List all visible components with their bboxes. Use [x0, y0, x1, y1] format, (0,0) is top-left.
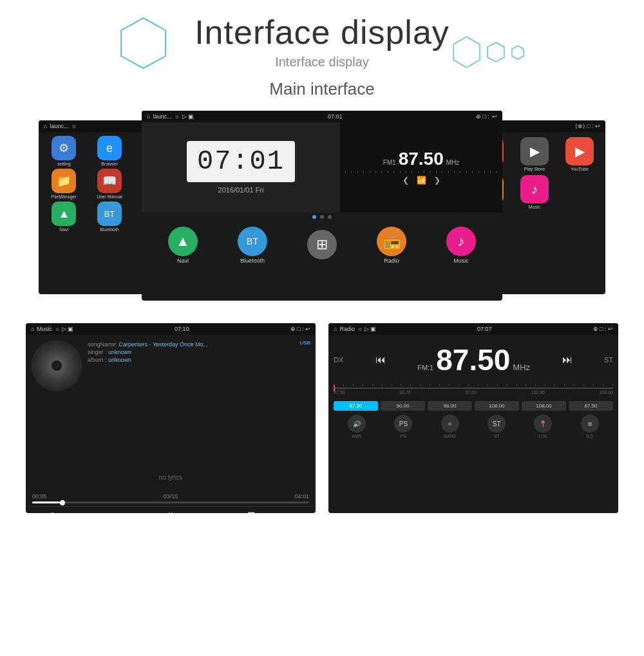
radio-main-display: DX ⏮ FM:1 87.50 MHz ⏭ ST: [334, 340, 613, 380]
radio-next-center[interactable]: ❯: [434, 176, 440, 185]
radio-scale: 87.50 92.70 97.80 102.90 108.00: [334, 384, 613, 395]
loc-control[interactable]: 📍 LOC: [534, 415, 552, 438]
preset-6[interactable]: 87.50: [569, 401, 613, 411]
music-panel: ⌂ Music ☼ ▷ ▣ 07:10 ⊕ □ : ↩ USB: [26, 323, 316, 513]
eq-icon: ≋: [581, 415, 599, 433]
svg-marker-2: [488, 42, 504, 62]
browser-icon: e: [97, 136, 122, 160]
brightness-icon-center: ☼: [174, 113, 179, 120]
bottom-app-apps[interactable]: ⊞: [307, 230, 337, 261]
radio-icon-bottom: 📻: [377, 227, 406, 256]
bottom-app-music[interactable]: ♪ Music: [446, 227, 476, 264]
music-status-bar: ⌂ Music ☼ ▷ ▣ 07:10 ⊕ □ : ↩: [26, 323, 316, 335]
app-name-center: launc...: [153, 113, 171, 120]
dx-label: DX: [334, 356, 343, 364]
ams-icon: 🔊: [348, 415, 366, 433]
bottom-panels: ⌂ Music ☼ ▷ ▣ 07:10 ⊕ □ : ↩ USB: [0, 317, 644, 520]
radio-signal-icon: 📶: [417, 176, 426, 185]
music-icon-right: ♪: [520, 175, 549, 203]
pause-button[interactable]: ⏸: [166, 511, 175, 513]
app-browser[interactable]: e Browser: [88, 136, 131, 166]
st-control[interactable]: ST ST: [488, 415, 506, 438]
playstore-icon: ▶: [520, 137, 549, 165]
app-setting[interactable]: ⚙ setting: [43, 136, 86, 166]
radio-status-bar: ⌂ Radio ☼ ▷ ▣ 07:07 ⊕ □ : ↩: [328, 323, 618, 335]
next-button[interactable]: ⏭: [207, 511, 216, 513]
right-app-playstore[interactable]: ▶ Play Store: [514, 137, 555, 171]
ps-control[interactable]: PS PS: [394, 415, 412, 438]
music-icon-bottom: ♪: [446, 227, 476, 256]
center-top: 07:01 2016/01/01 Fri FM1 87.50 MHz ❮ 📶: [142, 122, 502, 212]
radio-unit: MHz: [513, 362, 530, 372]
apps-icon-bottom: ⊞: [307, 230, 337, 259]
header-section: Interface display Interface display: [0, 0, 644, 70]
dot-indicators: [142, 212, 502, 221]
total-time: 04:01: [294, 493, 309, 500]
home-icon: ⌂: [44, 123, 47, 129]
preset-1[interactable]: 87.50: [334, 401, 378, 411]
page-container: Interface display Interface display Main…: [0, 0, 644, 656]
prev-button[interactable]: ⏮: [126, 511, 135, 513]
radio-unit-center: MHz: [446, 159, 460, 166]
preset-2[interactable]: 90.00: [381, 401, 425, 411]
ams-control[interactable]: 🔊 AMS: [348, 415, 366, 438]
app-bluetooth-left[interactable]: BT Bluetooth: [88, 201, 131, 232]
radio-bottom-controls: 🔊 AMS PS PS ≈ BAND ST ST: [334, 411, 613, 438]
bluetooth-icon-bottom: BT: [238, 227, 267, 256]
page-title: Interface display: [0, 13, 644, 52]
radio-presets: 87.50 90.00 98.00 106.00 108.00 87.50: [334, 401, 613, 411]
repeat-button[interactable]: ↺: [47, 511, 55, 513]
album-art: [31, 340, 82, 391]
music-progress-area: 00:05 03/15 04:01: [26, 491, 316, 506]
radio-indicator: [334, 385, 335, 391]
bottom-app-bluetooth[interactable]: BT Bluetooth: [238, 227, 267, 264]
radio-panel-content: DX ⏮ FM:1 87.50 MHz ⏭ ST: [328, 335, 618, 513]
progress-bar[interactable]: [32, 501, 309, 503]
setting-icon: ⚙: [52, 136, 76, 160]
preset-5[interactable]: 108.00: [522, 401, 566, 411]
app-navi-left[interactable]: ▲ Navi: [43, 201, 86, 232]
st-label: ST: [604, 356, 613, 364]
navi-icon-left: ▲: [52, 201, 76, 226]
radio-next-btn[interactable]: ⏭: [562, 354, 573, 366]
right-app-youtube[interactable]: ▶ YouTube: [559, 137, 600, 171]
svg-marker-1: [453, 37, 480, 68]
svg-marker-0: [121, 18, 166, 68]
status-bar-center: ⌂ launc... ☼ ▷ ▣ 07:01 ⊕ □ : ↩: [142, 111, 502, 122]
bottom-apps: ▲ Navi BT Bluetooth ⊞ 📻 Radio ♪ Musi: [142, 221, 502, 269]
music-info: USB songName: Carpenters - Yesterday Onc…: [88, 340, 310, 459]
preset-3[interactable]: 98.00: [428, 401, 472, 411]
svg-marker-3: [512, 46, 524, 59]
no-lyrics: no lyrics: [26, 464, 316, 491]
right-app-music[interactable]: ♪ Music: [514, 175, 555, 209]
radio-fm-label: FM:1: [417, 364, 433, 371]
radio-scale-labels: 87.50 92.70 97.80 102.90 108.00: [334, 390, 613, 395]
song-name: Carpenters - Yesterday Once Mo...: [119, 341, 209, 348]
app-usermanual[interactable]: 📖 User Manual: [88, 169, 131, 199]
preset-4[interactable]: 106.00: [475, 401, 519, 411]
app-name-left: launc...: [50, 123, 68, 129]
radio-prev-btn[interactable]: ⏮: [375, 354, 386, 366]
icons-right: ⟨⊕⟩ □ : ↩: [575, 123, 600, 129]
radio-prev-center[interactable]: ❮: [402, 176, 409, 185]
music-controls: ↺ ≋ ⏮ ⏸ ⏭ ☰ ⤮: [26, 506, 316, 513]
home-icon-music: ⌂: [31, 326, 34, 332]
shuffle-button[interactable]: ⤮: [287, 511, 295, 513]
music-main: USB songName: Carpenters - Yesterday Onc…: [26, 335, 316, 464]
band-control[interactable]: ≈ BAND: [441, 415, 459, 438]
bottom-app-navi[interactable]: ▲ Navi: [168, 227, 198, 264]
panel-center: ⌂ launc... ☼ ▷ ▣ 07:01 ⊕ □ : ↩ 07:01 201…: [142, 111, 502, 301]
youtube-icon: ▶: [565, 137, 594, 165]
bluetooth-icon-left: BT: [97, 201, 122, 226]
app-filemanager[interactable]: 📁 FileManager: [43, 169, 86, 199]
clock-section: 07:01 2016/01/01 Fri: [142, 122, 340, 212]
music-content: USB songName: Carpenters - Yesterday Onc…: [26, 335, 316, 513]
brightness-icon-left: ☼: [71, 123, 76, 129]
playlist-button[interactable]: ☰: [247, 511, 256, 513]
eq-control[interactable]: ≋ EQ: [581, 415, 599, 438]
radio-freq-center: 87.50: [399, 150, 444, 168]
st-icon: ST: [488, 415, 506, 433]
bottom-app-radio[interactable]: 📻 Radio: [377, 227, 406, 264]
filemanager-icon: 📁: [52, 169, 76, 193]
equalizer-button[interactable]: ≋: [86, 511, 94, 513]
